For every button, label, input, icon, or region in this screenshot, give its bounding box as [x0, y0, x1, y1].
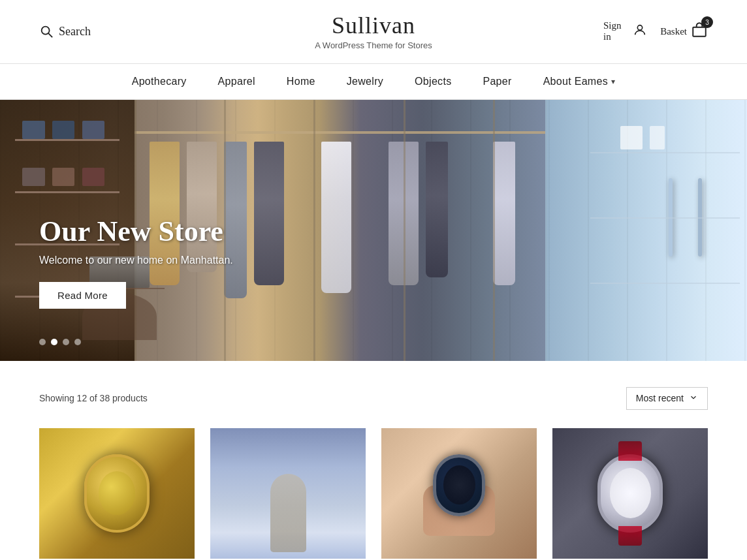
- search-icon: [39, 24, 54, 39]
- product-image-2: [210, 428, 366, 559]
- nav-item-apothecary[interactable]: Apothecary: [132, 76, 187, 87]
- hero-content: Our New Store Welcome to our new home on…: [39, 215, 233, 309]
- product-card-1[interactable]: [39, 428, 195, 559]
- signin-button[interactable]: Sign in: [603, 20, 647, 42]
- hero-cta-button[interactable]: Read More: [39, 282, 126, 309]
- hero-dot-1[interactable]: [39, 339, 46, 345]
- brand-logo[interactable]: Sullivan A WordPress Theme for Stores: [144, 13, 603, 50]
- watch-detail-3: [381, 428, 537, 559]
- svg-point-0: [42, 27, 50, 35]
- product-card-2[interactable]: [210, 428, 366, 559]
- chevron-down-icon: ▾: [611, 77, 615, 86]
- nav-item-apparel[interactable]: Apparel: [218, 76, 255, 87]
- product-image-3: [381, 428, 537, 559]
- product-image-1: [39, 428, 195, 559]
- product-card-3[interactable]: [381, 428, 537, 559]
- nav-item-jewelry[interactable]: Jewelry: [347, 76, 383, 87]
- hero-dot-4[interactable]: [74, 339, 81, 345]
- signin-label: Sign in: [603, 20, 629, 42]
- products-header: Showing 12 of 38 products Most recent: [39, 387, 708, 410]
- main-nav: Apothecary Apparel Home Jewelry Objects …: [0, 64, 747, 100]
- sort-dropdown[interactable]: Most recent: [626, 387, 708, 410]
- watch-detail-4: [552, 428, 708, 559]
- hero-title: Our New Store: [39, 215, 233, 248]
- svg-rect-3: [693, 27, 706, 37]
- basket-button[interactable]: Basket 3: [660, 22, 708, 41]
- search-label: Search: [59, 25, 91, 39]
- search-button[interactable]: Search: [39, 24, 144, 39]
- brand-subtitle: A WordPress Theme for Stores: [144, 40, 603, 50]
- sort-chevron-icon: [689, 393, 698, 404]
- site-header: Search Sullivan A WordPress Theme for St…: [0, 0, 747, 64]
- nav-item-objects[interactable]: Objects: [415, 76, 451, 87]
- basket-label: Basket: [660, 26, 687, 37]
- basket-count: 3: [701, 16, 713, 28]
- hero-subtitle: Welcome to our new home on Manhattan.: [39, 255, 233, 266]
- svg-line-1: [48, 34, 52, 38]
- products-section: Showing 12 of 38 products Most recent: [0, 361, 747, 559]
- hero-dot-3[interactable]: [63, 339, 69, 345]
- nav-item-home[interactable]: Home: [287, 76, 315, 87]
- hero-banner: Our New Store Welcome to our new home on…: [0, 100, 747, 361]
- brand-title: Sullivan: [144, 13, 603, 39]
- statue-detail: [210, 428, 366, 559]
- nav-item-about-eames[interactable]: About Eames ▾: [543, 76, 616, 87]
- hero-dots: [39, 339, 81, 345]
- hero-dot-2[interactable]: [51, 339, 57, 345]
- user-icon: [633, 23, 647, 40]
- nav-item-paper[interactable]: Paper: [483, 76, 511, 87]
- product-image-4: [552, 428, 708, 559]
- basket-icon: 3: [691, 22, 708, 41]
- header-actions: Sign in Basket 3: [603, 20, 708, 42]
- svg-point-2: [638, 25, 643, 29]
- sort-label: Most recent: [636, 393, 684, 403]
- product-card-4[interactable]: [552, 428, 708, 559]
- products-grid: [39, 428, 708, 559]
- products-count: Showing 12 of 38 products: [39, 393, 148, 403]
- watch-detail-1: [39, 428, 195, 559]
